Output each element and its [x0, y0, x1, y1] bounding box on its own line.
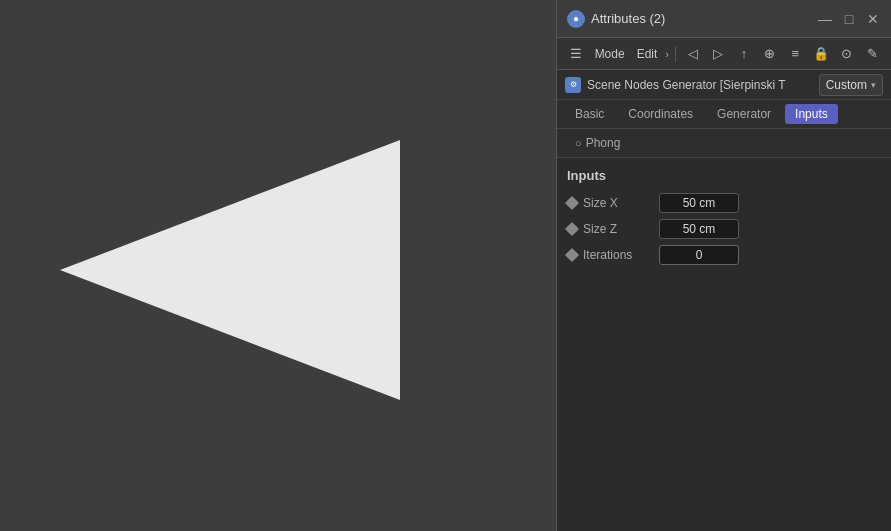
- edit-label[interactable]: Edit: [633, 47, 662, 61]
- tab-inputs[interactable]: Inputs: [785, 104, 838, 124]
- subtab-phong[interactable]: ○ Phong: [565, 133, 630, 153]
- add-button[interactable]: ⊕: [759, 43, 781, 65]
- menu-icon[interactable]: ☰: [565, 43, 587, 65]
- size-z-diamond: [565, 222, 579, 236]
- tab-basic[interactable]: Basic: [565, 104, 614, 124]
- subtabs-row: ○ Phong: [557, 129, 891, 158]
- up-button[interactable]: ↑: [733, 43, 755, 65]
- iterations-diamond: [565, 248, 579, 262]
- size-z-row: Size Z: [567, 219, 881, 239]
- edit-icon[interactable]: ✎: [861, 43, 883, 65]
- redo-button[interactable]: ▷: [708, 43, 730, 65]
- size-z-input[interactable]: [659, 219, 739, 239]
- object-name: Scene Nodes Generator [Sierpinski T: [587, 78, 813, 92]
- window-controls: — □ ✕: [817, 11, 881, 27]
- custom-label: Custom: [826, 78, 867, 92]
- list-button[interactable]: ≡: [785, 43, 807, 65]
- size-x-diamond: [565, 196, 579, 210]
- phong-icon: ○: [575, 137, 582, 149]
- dropdown-arrow: ▾: [871, 80, 876, 90]
- maximize-button[interactable]: □: [841, 11, 857, 27]
- more-arrow[interactable]: ›: [665, 48, 669, 60]
- mode-label[interactable]: Mode: [591, 47, 629, 61]
- size-x-input[interactable]: [659, 193, 739, 213]
- content-area: Inputs Size X Size Z Iterations: [557, 158, 891, 531]
- tab-generator[interactable]: Generator: [707, 104, 781, 124]
- lock-button[interactable]: 🔒: [810, 43, 832, 65]
- close-button[interactable]: ✕: [865, 11, 881, 27]
- iterations-label: Iterations: [583, 248, 653, 262]
- object-row: ⚙ Scene Nodes Generator [Sierpinski T Cu…: [557, 70, 891, 100]
- minimize-button[interactable]: —: [817, 11, 833, 27]
- attributes-icon: ●: [567, 10, 585, 28]
- triangle-mesh: [60, 140, 400, 400]
- attributes-panel: ● Attributes (2) — □ ✕ ☰ Mode Edit › ◁ ▷…: [556, 0, 891, 531]
- section-title: Inputs: [567, 168, 881, 183]
- size-z-label: Size Z: [583, 222, 653, 236]
- toolbar-separator-1: [675, 46, 676, 62]
- toolbar: ☰ Mode Edit › ◁ ▷ ↑ ⊕ ≡ 🔒 ⊙ ✎: [557, 38, 891, 70]
- target-button[interactable]: ⊙: [836, 43, 858, 65]
- object-icon: ⚙: [565, 77, 581, 93]
- tab-coordinates[interactable]: Coordinates: [618, 104, 703, 124]
- title-bar: ● Attributes (2) — □ ✕: [557, 0, 891, 38]
- size-x-row: Size X: [567, 193, 881, 213]
- iterations-input[interactable]: [659, 245, 739, 265]
- custom-dropdown[interactable]: Custom ▾: [819, 74, 883, 96]
- size-x-label: Size X: [583, 196, 653, 210]
- undo-button[interactable]: ◁: [682, 43, 704, 65]
- title-bar-left: ● Attributes (2): [567, 10, 665, 28]
- tabs-row: Basic Coordinates Generator Inputs: [557, 100, 891, 129]
- panel-title: Attributes (2): [591, 11, 665, 26]
- iterations-row: Iterations: [567, 245, 881, 265]
